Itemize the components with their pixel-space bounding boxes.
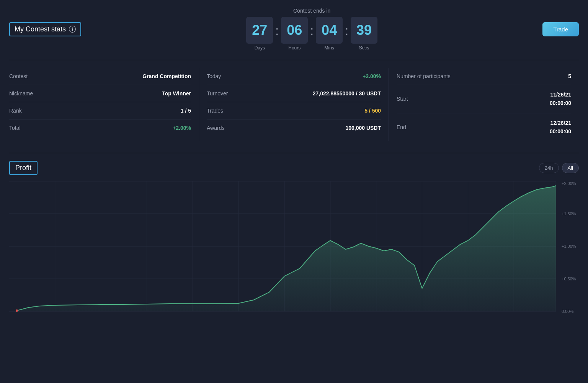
stats-col-2: Today +2.00% Turnover 27,022.88550000 / … <box>199 68 389 141</box>
profit-header: Profit 24h All <box>9 161 579 175</box>
today-value: +2.00% <box>363 73 381 79</box>
stats-section: Contest Grand Competition Nickname Top W… <box>9 60 579 141</box>
awards-label: Awards <box>207 125 224 131</box>
trades-label: Trades <box>207 108 223 114</box>
participants-label: Number of participants <box>397 73 451 79</box>
colon-3: : <box>345 24 348 38</box>
svg-text:+2.00%: +2.00% <box>562 181 576 186</box>
hours-label: Hours <box>288 45 301 51</box>
profit-chart: 0.00% +0.50% +1.00% +1.50% +2.00% <box>9 181 579 327</box>
secs-value: 39 <box>351 17 377 44</box>
today-label: Today <box>207 73 221 79</box>
page-title: My Contest stats <box>15 25 66 33</box>
profit-title: Profit <box>9 161 38 175</box>
stat-rank: Rank 1 / 5 <box>9 102 191 119</box>
mins-value: 04 <box>316 17 343 44</box>
filter-all-button[interactable]: All <box>562 163 579 173</box>
countdown-mins: 04 Mins <box>316 17 343 51</box>
stat-contest: Contest Grand Competition <box>9 68 191 85</box>
stat-participants: Number of participants 5 <box>397 68 571 85</box>
chart-container: 0.00% +0.50% +1.00% +1.50% +2.00% <box>9 181 579 327</box>
info-icon[interactable]: ℹ <box>69 26 76 33</box>
svg-text:0.00%: 0.00% <box>562 309 573 314</box>
stat-total: Total +2.00% <box>9 119 191 136</box>
turnover-label: Turnover <box>207 90 228 97</box>
stat-turnover: Turnover 27,022.88550000 / 30 USDT <box>207 85 381 102</box>
trade-button[interactable]: Trade <box>542 22 579 36</box>
svg-text:+0.50%: +0.50% <box>562 277 576 281</box>
days-value: 27 <box>246 17 273 44</box>
nickname-label: Nickname <box>9 90 33 97</box>
end-value: 12/26/2100:00:00 <box>550 119 571 136</box>
page-title-box: My Contest stats ℹ <box>9 22 81 36</box>
stat-start: Start 11/26/2100:00:00 <box>397 85 571 113</box>
stat-awards: Awards 100,000 USDT <box>207 119 381 136</box>
rank-value: 1 / 5 <box>181 108 191 114</box>
rank-label: Rank <box>9 108 22 114</box>
stat-nickname: Nickname Top Winner <box>9 85 191 102</box>
stat-trades: Trades 5 / 500 <box>207 102 381 119</box>
header-section: My Contest stats ℹ Contest ends in 27 Da… <box>9 8 579 51</box>
contest-label: Contest <box>9 73 28 79</box>
stat-today: Today +2.00% <box>207 68 381 85</box>
svg-point-22 <box>16 309 18 312</box>
end-label: End <box>397 124 406 130</box>
total-value: +2.00% <box>173 125 191 131</box>
hours-value: 06 <box>281 17 308 44</box>
countdown-section: Contest ends in 27 Days : 06 Hours : 04 … <box>246 8 377 51</box>
contest-ends-label: Contest ends in <box>293 8 330 14</box>
turnover-value: 27,022.88550000 / 30 USDT <box>313 90 381 97</box>
svg-text:+1.50%: +1.50% <box>562 211 576 216</box>
svg-text:+1.00%: +1.00% <box>562 244 576 249</box>
awards-value: 100,000 USDT <box>345 125 381 131</box>
profit-section: Profit 24h All <box>9 153 579 327</box>
contest-value: Grand Competition <box>142 73 191 79</box>
stat-end: End 12/26/2100:00:00 <box>397 113 571 141</box>
stats-col-1: Contest Grand Competition Nickname Top W… <box>9 68 199 141</box>
trades-value: 5 / 500 <box>364 108 381 114</box>
nickname-value: Top Winner <box>162 90 191 97</box>
stats-col-3: Number of participants 5 Start 11/26/210… <box>389 68 579 141</box>
countdown-days: 27 Days <box>246 17 273 51</box>
start-label: Start <box>397 96 408 102</box>
colon-2: : <box>310 24 314 38</box>
countdown-timer: 27 Days : 06 Hours : 04 Mins : 39 Secs <box>246 17 377 51</box>
days-label: Days <box>255 45 265 51</box>
mins-label: Mins <box>324 45 334 51</box>
secs-label: Secs <box>359 45 369 51</box>
participants-value: 5 <box>568 73 571 79</box>
countdown-secs: 39 Secs <box>351 17 377 51</box>
total-label: Total <box>9 125 21 131</box>
start-value: 11/26/2100:00:00 <box>550 90 571 108</box>
time-filter: 24h All <box>539 163 579 173</box>
filter-24h-button[interactable]: 24h <box>539 163 559 173</box>
colon-1: : <box>275 24 279 38</box>
stats-grid: Contest Grand Competition Nickname Top W… <box>9 68 579 141</box>
countdown-hours: 06 Hours <box>281 17 308 51</box>
